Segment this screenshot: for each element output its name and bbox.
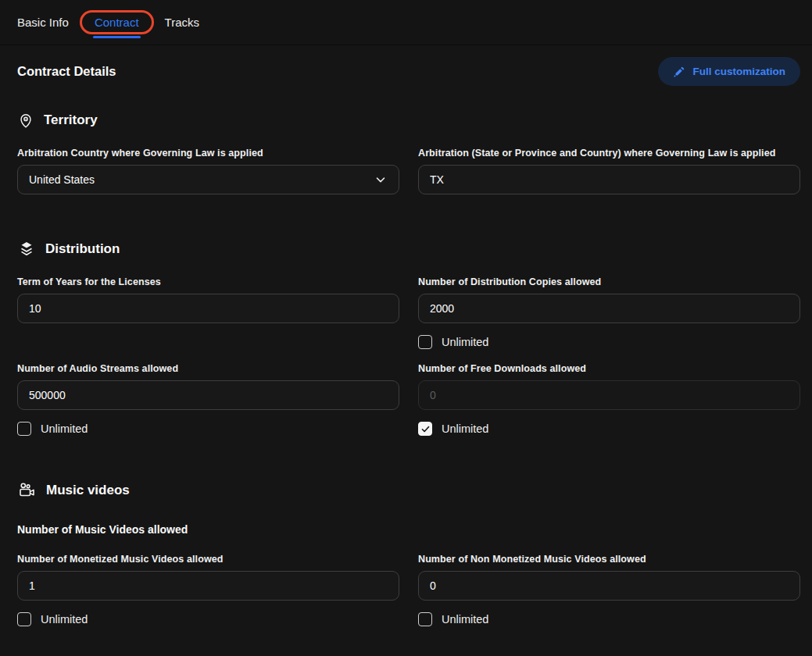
field-label: Number of Monetized Music Videos allowed — [17, 554, 399, 565]
field-free-downloads: Number of Free Downloads allowed Unlimit… — [418, 363, 800, 436]
unlimited-row: Unlimited — [17, 422, 399, 436]
field-arbitration-country: Arbitration Country where Governing Law … — [17, 148, 399, 194]
page-head: Contract Details Full customization — [17, 57, 800, 86]
section-title-territory: Territory — [44, 112, 98, 128]
unlimited-label: Unlimited — [442, 422, 488, 435]
music-videos-row: Number of Monetized Music Videos allowed… — [17, 554, 800, 626]
select-value: United States — [29, 173, 95, 186]
section-music-videos-head: Music videos — [17, 481, 800, 500]
territory-fields-row: Arbitration Country where Governing Law … — [17, 148, 800, 194]
tab-tracks[interactable]: Tracks — [165, 16, 199, 29]
arbitration-country-select[interactable]: United States — [17, 165, 399, 194]
unlimited-checkbox[interactable] — [418, 335, 432, 349]
arbitration-state-input[interactable] — [418, 165, 800, 194]
music-videos-subheading: Number of Music Videos allowed — [17, 523, 800, 536]
non-monetized-videos-input[interactable] — [418, 571, 800, 601]
chevron-down-icon — [374, 173, 388, 187]
location-pin-icon — [17, 111, 34, 130]
term-years-input[interactable] — [17, 294, 399, 323]
field-non-monetized-videos: Number of Non Monetized Music Videos all… — [418, 554, 800, 626]
unlimited-checkbox[interactable] — [17, 422, 31, 436]
unlimited-row: Unlimited — [418, 612, 800, 626]
unlimited-checkbox[interactable] — [418, 422, 432, 436]
unlimited-row: Unlimited — [418, 335, 800, 349]
field-label: Number of Free Downloads allowed — [418, 363, 800, 374]
unlimited-label: Unlimited — [442, 613, 488, 626]
section-distribution-head: Distribution — [17, 240, 800, 258]
field-label: Number of Audio Streams allowed — [17, 363, 399, 374]
field-term-years: Term of Years for the Licenses — [17, 276, 399, 349]
distribution-row-1: Term of Years for the Licenses Number of… — [17, 276, 800, 349]
movie-camera-icon — [17, 481, 37, 500]
unlimited-row: Unlimited — [418, 422, 800, 436]
tab-bar: Basic Info Contract Tracks — [0, 0, 812, 45]
unlimited-label: Unlimited — [41, 422, 88, 435]
field-monetized-videos: Number of Monetized Music Videos allowed… — [17, 554, 399, 626]
audio-streams-input[interactable] — [17, 380, 399, 410]
field-label: Term of Years for the Licenses — [17, 276, 399, 287]
full-customization-label: Full customization — [692, 66, 785, 77]
field-audio-streams: Number of Audio Streams allowed Unlimite… — [17, 363, 399, 436]
unlimited-label: Unlimited — [41, 613, 88, 626]
monetized-videos-input[interactable] — [17, 571, 399, 601]
free-downloads-input — [418, 380, 800, 410]
page-title: Contract Details — [17, 64, 116, 79]
field-arbitration-state: Arbitration (State or Province and Count… — [418, 148, 800, 194]
layers-icon — [17, 240, 36, 258]
field-label: Number of Distribution Copies allowed — [418, 276, 800, 287]
pen-icon — [673, 66, 685, 78]
unlimited-checkbox[interactable] — [17, 612, 31, 626]
contract-form: Contract Details Full customization Terr… — [0, 57, 812, 648]
unlimited-checkbox[interactable] — [418, 612, 432, 626]
field-label: Number of Non Monetized Music Videos all… — [418, 554, 800, 565]
unlimited-row: Unlimited — [17, 612, 399, 626]
active-tab-underline — [93, 36, 141, 38]
distribution-row-2: Number of Audio Streams allowed Unlimite… — [17, 363, 800, 436]
distribution-copies-input[interactable] — [418, 294, 800, 323]
annotation-ellipse: Contract — [80, 10, 154, 34]
field-label: Arbitration Country where Governing Law … — [17, 148, 399, 159]
tab-contract[interactable]: Contract — [95, 16, 139, 29]
full-customization-button[interactable]: Full customization — [658, 57, 800, 86]
section-territory-head: Territory — [17, 111, 800, 130]
field-distribution-copies: Number of Distribution Copies allowed Un… — [418, 276, 800, 349]
unlimited-label: Unlimited — [442, 336, 488, 348]
section-title-distribution: Distribution — [45, 241, 120, 257]
field-label: Arbitration (State or Province and Count… — [418, 148, 800, 159]
section-title-music-videos: Music videos — [46, 483, 130, 498]
tab-basic-info[interactable]: Basic Info — [17, 16, 69, 29]
